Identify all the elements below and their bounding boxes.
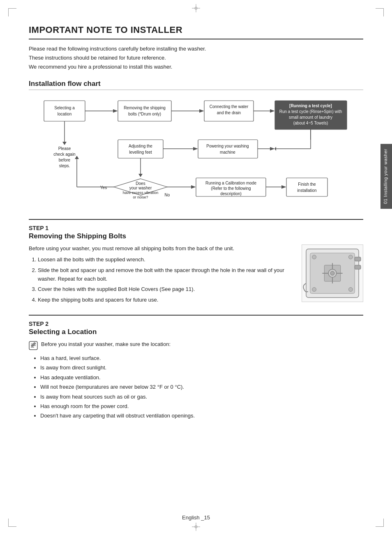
footer-text: English _15: [182, 514, 210, 521]
intro-text: Please read the following instructions c…: [29, 44, 363, 71]
svg-text:description): description): [220, 191, 242, 196]
page-footer: English _15: [0, 514, 392, 521]
step2-bullet-5: Has enough room for the power cord.: [40, 401, 363, 411]
step1-title: Removing the Shipping Bolts: [29, 232, 363, 240]
svg-text:Adjusting the: Adjusting the: [129, 144, 152, 148]
svg-text:levelling feet: levelling feet: [129, 150, 152, 155]
svg-text:or noise?: or noise?: [133, 195, 148, 199]
step2-label: STEP 2: [29, 321, 363, 327]
svg-text:Finish the: Finish the: [298, 182, 316, 187]
svg-text:installation: installation: [297, 188, 316, 193]
svg-point-74: [348, 288, 353, 292]
svg-text:Does: Does: [136, 181, 145, 186]
svg-text:No: No: [165, 193, 170, 197]
svg-text:before: before: [59, 158, 71, 162]
svg-text:[Running a test cycle]: [Running a test cycle]: [289, 104, 332, 108]
svg-text:check again: check again: [53, 152, 75, 157]
svg-text:and the drain: and the drain: [217, 111, 241, 115]
svg-marker-44: [138, 174, 143, 177]
step2-bullet-4: Is away from heat sources such as oil or…: [40, 392, 363, 401]
step2-section: STEP 2 Selecting a Location Before you i…: [29, 315, 363, 421]
svg-rect-76: [355, 265, 361, 270]
svg-text:Please: Please: [58, 146, 71, 151]
step1-steps-list: Loosen all the bolts with the supplied w…: [29, 256, 295, 304]
step1-label: STEP 1: [29, 225, 363, 231]
step1-step4: Keep the shipping bolts and spacers for …: [38, 296, 295, 304]
step2-bullet-6: Doesn't have any carpeting that will obs…: [40, 411, 363, 420]
corner-mark-tl: [8, 8, 16, 16]
step2-bullet-2: Has adequate ventilation.: [40, 373, 363, 382]
svg-rect-75: [355, 257, 361, 261]
svg-text:(Refer to the following: (Refer to the following: [211, 186, 251, 191]
step2-bullet-3: Will not freeze (tempuratures are never …: [40, 382, 363, 392]
svg-text:your washer: your washer: [129, 186, 152, 190]
step2-note-text: Before you install your washer, make sur…: [41, 340, 171, 349]
flow-chart-svg: Selecting a location Removing the shippi…: [29, 97, 363, 208]
svg-rect-61: [286, 178, 327, 196]
svg-text:Yes: Yes: [100, 185, 107, 190]
step1-step2: Slide the bolt and spacer up and remove …: [38, 266, 295, 284]
step1-image: [302, 244, 363, 304]
note-icon: [29, 341, 38, 350]
center-mark-top: [192, 4, 200, 12]
svg-rect-7: [44, 101, 85, 121]
step2-bullet-1: Is away from direct sunlight.: [40, 363, 363, 372]
svg-text:steps.: steps.: [59, 164, 70, 168]
svg-text:bolts (*Drum only): bolts (*Drum only): [128, 112, 161, 116]
svg-text:Connecting the water: Connecting the water: [210, 104, 249, 109]
side-tab: 01 Installing your washer: [380, 144, 392, 209]
svg-point-73: [312, 288, 316, 292]
svg-text:location: location: [58, 112, 71, 116]
flow-chart-area: Installation flow chart Selecting a loca…: [29, 80, 363, 209]
svg-text:(about 4~5 Towels): (about 4~5 Towels): [293, 121, 328, 125]
svg-rect-35: [198, 140, 258, 158]
main-title: IMPORTANT NOTE TO INSTALLER: [29, 25, 363, 39]
step1-step1: Loosen all the bolts with the supplied w…: [38, 256, 295, 264]
svg-text:have excess vibration: have excess vibration: [123, 191, 159, 195]
step1-step3: Cover the holes with the supplied Bolt H…: [38, 285, 295, 294]
svg-text:small amount of laundry: small amount of laundry: [289, 115, 332, 120]
svg-text:Run a test cycle (Rinse+Spin) : Run a test cycle (Rinse+Spin) with: [279, 109, 342, 114]
step1-intro: Before using your washer, you must remov…: [29, 244, 295, 253]
step1-section: STEP 1 Removing the Shipping Bolts Befor…: [29, 219, 363, 307]
washer-diagram-svg: [302, 244, 363, 302]
svg-text:Powering your washing: Powering your washing: [206, 144, 249, 148]
flow-chart-title: Installation flow chart: [29, 80, 363, 90]
page-container: 01 Installing your washer IMPORTANT NOTE…: [0, 0, 392, 535]
svg-text:Removing the shipping: Removing the shipping: [124, 106, 166, 110]
svg-text:machine: machine: [220, 150, 235, 155]
step2-note-row: Before you install your washer, make sur…: [29, 340, 363, 350]
step1-content-row: Before using your washer, you must remov…: [29, 244, 363, 307]
svg-marker-42: [274, 147, 276, 151]
step2-bullet-0: Has a hard, level surface.: [40, 353, 363, 363]
svg-marker-25: [62, 142, 67, 145]
svg-text:Running a Calibration mode: Running a Calibration mode: [205, 181, 256, 185]
svg-point-72: [348, 255, 353, 259]
svg-text:Selecting a: Selecting a: [54, 106, 75, 110]
step2-title: Selecting a Location: [29, 328, 363, 336]
step2-bullet-list: Has a hard, level surface. Is away from …: [29, 353, 363, 421]
svg-point-71: [312, 255, 316, 259]
svg-rect-30: [118, 140, 163, 158]
svg-rect-11: [118, 101, 171, 121]
step1-text: Before using your washer, you must remov…: [29, 244, 295, 307]
corner-mark-tr: [376, 8, 384, 16]
svg-point-70: [330, 271, 334, 275]
center-mark-bottom: [192, 523, 200, 531]
